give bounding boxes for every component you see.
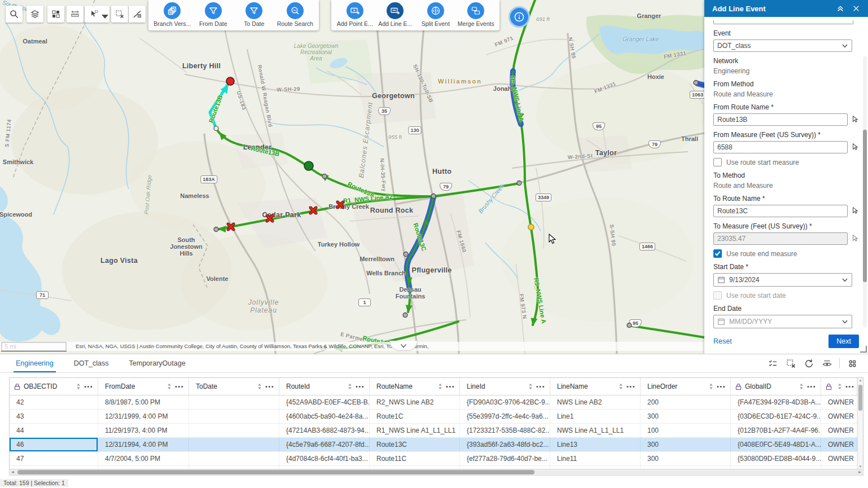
- table-vertical-scrollbar[interactable]: ▲▼: [857, 378, 863, 469]
- column-header-lineid[interactable]: LineId•••: [460, 378, 550, 395]
- table-cell[interactable]: Route13C: [370, 438, 460, 451]
- table-cell[interactable]: OWNER: [821, 438, 857, 451]
- sort-icon[interactable]: [619, 383, 623, 390]
- search-button[interactable]: [6, 6, 23, 23]
- table-cell[interactable]: {ef277a28-79d6-40d7-be...: [460, 452, 550, 465]
- add-line-e--button[interactable]: Add Line E...: [375, 2, 416, 27]
- table-cell[interactable]: {4c5e79a6-6687-4207-8fd...: [279, 438, 370, 451]
- basemap-grid-button[interactable]: [47, 6, 64, 23]
- map-canvas[interactable]: OatmealLiberty HillGeorgetownWilliamsonJ…: [0, 0, 704, 354]
- table-cell[interactable]: Line11: [550, 452, 641, 465]
- table-cell[interactable]: {47214AB3-6882-4873-94...: [279, 424, 370, 437]
- from-route-name-input[interactable]: [713, 113, 848, 126]
- chevron-down-icon[interactable]: [100, 12, 105, 16]
- table-cell[interactable]: 44: [10, 424, 98, 437]
- table-cell[interactable]: {0408E0FC-5E49-48D1-A...: [731, 438, 821, 451]
- tab-dot_class[interactable]: DOT_class: [74, 354, 109, 372]
- sort-icon[interactable]: [528, 383, 533, 390]
- merge-events-button[interactable]: Merge Events: [456, 2, 497, 27]
- column-menu-icon[interactable]: •••: [84, 383, 93, 390]
- table-cell[interactable]: [189, 438, 279, 451]
- to-route-name-input[interactable]: [713, 205, 848, 217]
- column-header-routeid[interactable]: RouteId•••: [279, 378, 370, 395]
- table-cell[interactable]: 47: [10, 452, 98, 465]
- table-cell[interactable]: 100: [641, 424, 731, 437]
- column-header-linename[interactable]: LineName•••: [550, 378, 641, 395]
- from-date-button[interactable]: From Date: [193, 2, 234, 27]
- table-cell[interactable]: [189, 395, 279, 409]
- table-cell[interactable]: 12/31/1999, 4:00 PM: [98, 410, 189, 423]
- route-picker-icon[interactable]: [851, 206, 859, 216]
- table-cell[interactable]: 200: [641, 395, 731, 409]
- column-header-create[interactable]: create•••: [821, 378, 857, 395]
- route-search-button[interactable]: Route Search: [275, 2, 315, 27]
- hide-fields-button[interactable]: [819, 355, 835, 371]
- table-cell[interactable]: 43: [10, 410, 98, 423]
- table-cell[interactable]: R1_NWS Line A1_L1_LL1: [370, 424, 460, 437]
- column-header-lineorder[interactable]: LineOrder•••: [641, 378, 731, 395]
- table-row[interactable]: 474/7/2004, 5:00 PM{4d7084c8-6cf4-40f1-b…: [10, 452, 863, 466]
- table-cell[interactable]: Line13: [550, 438, 641, 451]
- clear-selection-button[interactable]: [111, 6, 128, 23]
- table-cell[interactable]: 11/29/1973, 4:00 PM: [98, 424, 189, 437]
- table-cell[interactable]: {FA47E394-92F8-4D3B-A...: [731, 395, 821, 409]
- table-cell[interactable]: {03D6EC3D-61E7-424C-9...: [731, 410, 821, 423]
- table-cell[interactable]: {4d7084c8-6cf4-40f1-ba3...: [279, 452, 370, 465]
- table-row[interactable]: 4411/29/1973, 4:00 PM{47214AB3-6882-4873…: [10, 424, 863, 438]
- table-cell[interactable]: {17233217-535B-488C-82...: [460, 424, 550, 437]
- branch-vers--button[interactable]: Branch Vers...: [152, 2, 192, 27]
- next-button[interactable]: Next: [828, 335, 859, 348]
- column-menu-icon[interactable]: •••: [845, 383, 854, 390]
- table-cell[interactable]: Route11C: [370, 452, 460, 465]
- measure-button[interactable]: [67, 6, 84, 23]
- table-cell[interactable]: OWNER: [821, 452, 857, 465]
- clear-selection-button[interactable]: [783, 355, 799, 371]
- table-cell[interactable]: [189, 424, 279, 437]
- sort-icon[interactable]: [438, 383, 442, 390]
- table-horizontal-scrollbar[interactable]: ◄►: [9, 469, 863, 476]
- sort-icon[interactable]: [799, 383, 804, 390]
- close-icon[interactable]: [852, 3, 862, 14]
- table-cell[interactable]: OWNER: [821, 395, 857, 409]
- column-menu-icon[interactable]: •••: [626, 383, 635, 390]
- use-route-end-measure-checkbox[interactable]: [713, 249, 722, 258]
- use-route-start-date-checkbox[interactable]: [713, 291, 722, 300]
- table-cell[interactable]: [189, 452, 279, 465]
- start-date-picker[interactable]: 9/13/2024: [713, 273, 852, 287]
- table-cell[interactable]: 4/7/2004, 5:00 PM: [98, 452, 189, 465]
- split-event-button[interactable]: Split Event: [415, 2, 456, 27]
- column-menu-icon[interactable]: •••: [175, 383, 184, 390]
- sort-icon[interactable]: [838, 383, 842, 390]
- table-cell[interactable]: {393ad56f-2a63-48fd-bc2...: [460, 438, 550, 451]
- measure-picker-icon[interactable]: [851, 143, 859, 152]
- tab-engineering[interactable]: Engineering: [16, 354, 54, 372]
- column-header-todate[interactable]: ToDate•••: [189, 378, 279, 395]
- table-row[interactable]: 4612/31/1994, 4:00 PM{4c5e79a6-6687-4207…: [10, 438, 863, 452]
- column-menu-icon[interactable]: •••: [356, 383, 365, 390]
- route-picker-icon[interactable]: [851, 115, 859, 125]
- table-options-button[interactable]: [844, 355, 860, 371]
- table-cell[interactable]: 8/8/1987, 5:00 PM: [98, 395, 189, 409]
- table-cell[interactable]: 300: [641, 452, 731, 465]
- column-menu-icon[interactable]: •••: [807, 383, 816, 390]
- collapse-icon[interactable]: [836, 3, 847, 14]
- sort-icon[interactable]: [257, 383, 262, 390]
- column-header-objectid[interactable]: OBJECTID•••: [10, 378, 98, 395]
- table-cell[interactable]: {012B70B1-A2F7-4A4F-96...: [731, 424, 821, 437]
- use-route-start-measure-checkbox[interactable]: [713, 158, 722, 166]
- event-select[interactable]: DOT_class: [713, 39, 852, 52]
- table-cell[interactable]: OWNER: [821, 410, 857, 423]
- sort-icon[interactable]: [76, 383, 81, 390]
- table-cell[interactable]: {4600abc5-ba90-4e24-8a...: [279, 410, 370, 423]
- column-menu-icon[interactable]: •••: [265, 383, 274, 390]
- column-menu-icon[interactable]: •••: [446, 383, 455, 390]
- to-measure-input[interactable]: [713, 232, 848, 245]
- to-date-button[interactable]: To Date: [234, 2, 274, 27]
- refresh-button[interactable]: [801, 355, 817, 371]
- sort-icon[interactable]: [709, 383, 713, 390]
- table-cell[interactable]: Line1: [550, 410, 641, 423]
- table-cell[interactable]: 12/31/1994, 4:00 PM: [98, 438, 189, 451]
- sort-icon[interactable]: [167, 383, 172, 390]
- measure-picker-icon[interactable]: [851, 234, 859, 244]
- table-cell[interactable]: 46: [10, 438, 98, 451]
